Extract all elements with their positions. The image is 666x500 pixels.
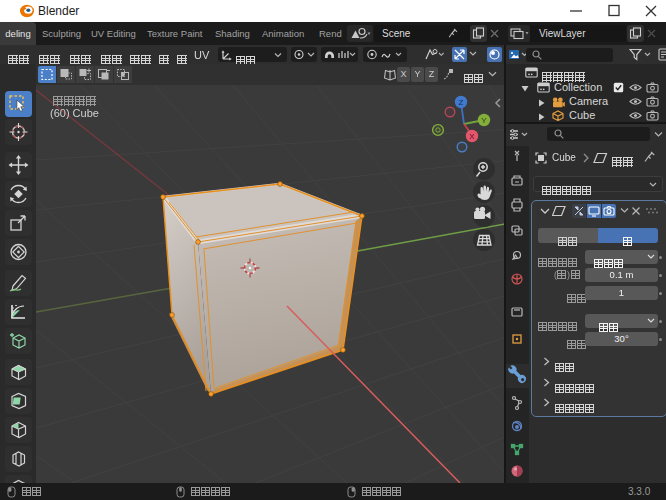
svg-text:Y: Y xyxy=(481,116,487,125)
svg-text:X: X xyxy=(469,132,475,141)
svg-text:Z: Z xyxy=(459,98,464,107)
